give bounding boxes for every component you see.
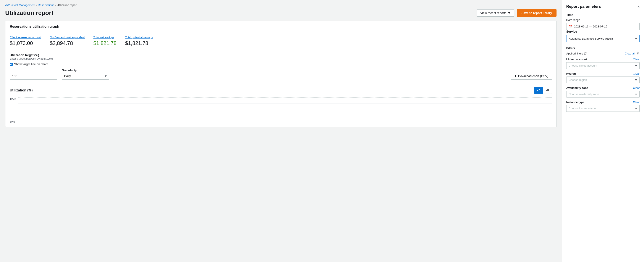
date-range-label: Date range (566, 18, 640, 22)
stat-effective-cost-label[interactable]: Effective reservation cost (10, 36, 41, 39)
chart-area: 100% 80% (10, 97, 552, 123)
filter-instance-type-dropdown: Choose instance type ▼ (566, 105, 640, 112)
granularity-select[interactable]: Daily Monthly (62, 73, 109, 80)
date-range-value: 2023-06-16 — 2023-07-15 (574, 25, 607, 28)
breadcrumb-aws-cost[interactable]: AWS Cost Management (5, 3, 35, 7)
show-target-checkbox[interactable] (10, 63, 13, 66)
view-recent-button[interactable]: View recent reports ▼ (476, 9, 514, 17)
chart-title: Utilization (%) (10, 88, 33, 92)
time-section: Time Date range 📅 2023-06-16 — 2023-07-1… (566, 13, 640, 30)
filter-region-header: Region Clear (566, 72, 640, 75)
chart-view-toggles (534, 87, 552, 94)
filter-az-label: Availability zone (566, 86, 588, 90)
line-chart-toggle[interactable] (534, 87, 543, 94)
utilization-target-label: Utilization target (%) (10, 53, 552, 57)
filter-instance-type-select[interactable]: Choose instance type (566, 105, 640, 112)
stat-net-savings: Total net savings $1,821.78 (93, 36, 116, 46)
bar-chart-icon (546, 88, 549, 92)
filter-az-clear[interactable]: Clear (633, 86, 640, 90)
filter-region: Region Clear Choose region ▼ (566, 72, 640, 83)
graph-card: Reservations utilization graph Effective… (5, 21, 556, 127)
chart-header: Utilization (%) (10, 87, 552, 94)
granularity-select-wrapper: Daily Monthly ▼ (62, 73, 109, 80)
page-header: Utilization report View recent reports ▼… (5, 9, 556, 17)
calendar-icon: 📅 (569, 25, 572, 28)
download-label: Download chart (CSV) (518, 74, 548, 78)
stats-row: Effective reservation cost $1,073.00 On-… (6, 32, 556, 50)
service-section: Service Relational Database Service (RDS… (566, 30, 640, 42)
filter-region-select[interactable]: Choose region (566, 77, 640, 83)
filter-az-select[interactable]: Choose availability zone (566, 91, 640, 98)
service-select[interactable]: Relational Database Service (RDS) Amazon… (566, 35, 640, 42)
stat-effective-cost-value: $1,073.00 (10, 40, 41, 46)
filter-az-header: Availability zone Clear (566, 86, 640, 90)
granularity-label: Granularity (62, 69, 109, 72)
download-icon: ⬇ (514, 74, 517, 78)
breadcrumb-current: Utilization report (57, 3, 77, 7)
y-label-100: 100% (10, 97, 18, 100)
clear-all-link[interactable]: Clear all (625, 52, 635, 55)
filter-region-label: Region (566, 72, 576, 75)
filter-region-clear[interactable]: Clear (633, 72, 640, 75)
filters-title: Filters (566, 46, 575, 50)
chart-grid (18, 97, 552, 123)
show-target-row: Show target line on chart (10, 62, 552, 66)
date-range-picker[interactable]: 📅 2023-06-16 — 2023-07-15 (566, 23, 640, 30)
filter-linked-account-header: Linked account Clear (566, 58, 640, 61)
service-select-wrapper: Relational Database Service (RDS) Amazon… (566, 35, 640, 42)
stat-effective-cost: Effective reservation cost $1,073.00 (10, 36, 41, 46)
filter-instance-type-clear[interactable]: Clear (633, 101, 640, 104)
filters-actions: Clear all ⚙ (625, 52, 640, 55)
stat-net-savings-label[interactable]: Total net savings (93, 36, 116, 39)
breadcrumb-reservations[interactable]: Reservations (38, 3, 54, 7)
download-chart-button[interactable]: ⬇ Download chart (CSV) (510, 73, 552, 80)
filter-instance-type-header: Instance type Clear (566, 101, 640, 104)
stat-net-savings-value: $1,821.78 (93, 40, 116, 46)
utilization-target-section: Utilization target (%) Enter a target be… (6, 50, 556, 83)
dropdown-arrow-icon: ▼ (508, 11, 510, 15)
stat-ondemand-cost: On-Demand cost equivalent $2,894.78 (50, 36, 85, 46)
filter-linked-account-dropdown: Choose linked account ▼ (566, 62, 640, 69)
filter-instance-type-label: Instance type (566, 101, 584, 104)
chart-y-labels: 100% 80% (10, 97, 18, 123)
line-chart-icon (537, 88, 540, 92)
time-section-label: Time (566, 13, 640, 17)
bar-chart-toggle[interactable] (543, 87, 552, 94)
y-label-80: 80% (10, 120, 18, 123)
filter-linked-account-clear[interactable]: Clear (633, 58, 640, 61)
stat-ondemand-cost-value: $2,894.78 (50, 40, 85, 46)
panel-header: Report parameters × (566, 4, 640, 9)
svg-rect-0 (546, 90, 547, 91)
page-title: Utilization report (5, 9, 53, 16)
filter-linked-account-select[interactable]: Choose linked account (566, 62, 640, 69)
filters-header: Filters (566, 46, 640, 50)
utilization-target-hint: Enter a target between 0% and 100% (10, 57, 552, 60)
target-value-input[interactable] (10, 73, 58, 80)
save-to-library-button[interactable]: Save to report library (517, 9, 556, 17)
view-recent-label: View recent reports (480, 11, 506, 15)
target-value-group (10, 73, 58, 80)
filter-availability-zone: Availability zone Clear Choose availabil… (566, 86, 640, 98)
header-actions: View recent reports ▼ Save to report lib… (476, 9, 556, 17)
service-section-label: Service (566, 30, 640, 33)
svg-rect-2 (548, 89, 549, 91)
filter-instance-type: Instance type Clear Choose instance type… (566, 101, 640, 112)
graph-card-title: Reservations utilization graph (6, 21, 556, 32)
right-panel: Report parameters × Time Date range 📅 20… (562, 0, 644, 262)
target-controls-row: Granularity Daily Monthly ▼ ⬇ Download c… (10, 69, 552, 80)
filters-section: Filters Applied filters (0) Clear all ⚙ … (566, 46, 640, 112)
svg-rect-1 (547, 89, 548, 91)
panel-close-button[interactable]: × (637, 5, 640, 9)
gear-icon[interactable]: ⚙ (637, 52, 640, 55)
filter-linked-account: Linked account Clear Choose linked accou… (566, 58, 640, 69)
granularity-group: Granularity Daily Monthly ▼ (62, 69, 109, 80)
filter-az-dropdown: Choose availability zone ▼ (566, 91, 640, 98)
grid-line-100 (18, 97, 552, 98)
stat-potential-savings-value: $1,821.78 (125, 40, 153, 46)
filter-region-dropdown: Choose region ▼ (566, 77, 640, 83)
filters-row: Applied filters (0) Clear all ⚙ (566, 52, 640, 55)
stat-ondemand-cost-label[interactable]: On-Demand cost equivalent (50, 36, 85, 39)
panel-title: Report parameters (566, 4, 601, 9)
chart-section: Utilization (%) (6, 83, 556, 127)
stat-potential-savings-label[interactable]: Total potential savings (125, 36, 153, 39)
